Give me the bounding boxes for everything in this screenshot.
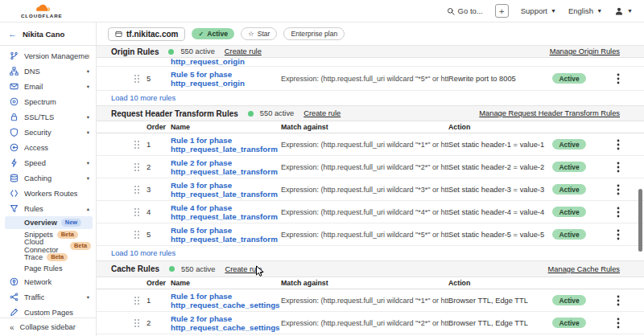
back-arrow-icon[interactable]: ← [8, 29, 17, 39]
chevron-down-icon: ▾ [87, 160, 89, 166]
sidebar-item-spectrum[interactable]: Spectrum [0, 94, 96, 109]
drag-handle-icon[interactable] [134, 140, 140, 150]
rule-name-link[interactable]: Rule 5 for phasehttp_request_origin [171, 70, 281, 88]
sidebar-item-rules-cloud-connector[interactable]: Cloud ConnectorBeta [0, 240, 96, 252]
rule-match: Expression: (http.request.full_uri wildc… [281, 186, 448, 194]
kebab-menu[interactable] [617, 295, 620, 306]
drag-handle-icon[interactable] [134, 74, 140, 84]
add-site-button[interactable]: + [495, 4, 509, 18]
create-rule-link[interactable]: Create rule [303, 109, 341, 117]
table-column-headers: Order Name Match against Action [97, 277, 644, 289]
kebab-menu[interactable] [617, 184, 620, 195]
rule-name-link[interactable]: Rule 2 for phasehttp_request_cache_setti… [171, 314, 281, 332]
language-menu[interactable]: English ▼ [568, 6, 602, 15]
rule-order: 1 [147, 296, 171, 305]
sidebar-item-email[interactable]: Email▾ [0, 79, 96, 94]
sidebar: ← Nikita Cano Version Management DNS▾ Em… [0, 23, 97, 336]
beta-badge: Beta [47, 253, 68, 262]
sidebar-nav: Version Management DNS▾ Email▾ Spectrum … [0, 46, 96, 318]
rule-order: 1 [147, 140, 171, 149]
table-row: 2 Rule 2 for phasehttp_request_cache_set… [97, 312, 644, 334]
drag-handle-icon[interactable] [134, 207, 140, 217]
star-button[interactable]: ☆ Star [241, 27, 277, 40]
sidebar-item-traffic[interactable]: Traffic▾ [0, 289, 96, 305]
drag-handle-icon[interactable] [134, 318, 140, 328]
kebab-menu[interactable] [617, 162, 620, 173]
domain-selector[interactable]: tf.nikitac.com [108, 27, 185, 41]
kebab-menu[interactable] [617, 207, 620, 218]
vertical-scrollbar[interactable] [638, 189, 642, 252]
sidebar-item-custom-pages[interactable]: Custom Pages [0, 305, 96, 318]
sidebar-item-rules-page-rules[interactable]: Page Rules [0, 263, 96, 274]
account-menu[interactable]: ▼ [614, 6, 633, 16]
chevron-down-icon: ▼ [551, 8, 556, 14]
chevron-down-icon: ▼ [597, 8, 602, 14]
funnel-icon [10, 204, 19, 213]
rule-name-link[interactable]: Rule 5 for phasehttp_request_late_transf… [171, 226, 281, 244]
table-row: 4 Rule 4 for phasehttp_request_late_tran… [97, 201, 644, 223]
sidebar-item-ssl-tls[interactable]: SSL/TLS▾ [0, 109, 96, 125]
sidebar-item-access[interactable]: Access [0, 140, 96, 155]
load-more-transform-rules[interactable]: Load 10 more rules [97, 246, 644, 260]
rule-name-link[interactable]: Rule 2 for phasehttp_request_late_transf… [171, 158, 281, 176]
manage-cache-rules-link[interactable]: Manage Cache Rules [548, 265, 620, 273]
rule-order: 2 [147, 162, 171, 171]
sidebar-item-rules-trace[interactable]: TraceBeta [0, 252, 96, 263]
sidebar-item-caching[interactable]: Caching▾ [0, 170, 96, 186]
active-dot-icon [169, 266, 175, 272]
chevron-down-icon: ▾ [87, 114, 89, 121]
status-badge: Active [552, 229, 585, 240]
collapse-sidebar-button[interactable]: « Collapse sidebar [0, 318, 96, 336]
drag-handle-icon[interactable] [134, 185, 140, 195]
rule-name-link[interactable]: http_request_origin [171, 58, 245, 66]
manage-origin-rules-link[interactable]: Manage Origin Rules [550, 47, 620, 55]
global-search[interactable]: Go to... [447, 6, 483, 15]
rule-match: Expression: (http.request.full_uri wildc… [281, 231, 448, 239]
active-dot-icon [248, 111, 254, 117]
create-rule-link[interactable]: Create rule [225, 47, 262, 55]
sidebar-item-version-management[interactable]: Version Management [0, 48, 96, 64]
rule-name-link[interactable]: Rule 4 for phasehttp_request_late_transf… [171, 203, 281, 221]
sidebar-item-rules-overview[interactable]: OverviewNew [5, 216, 93, 229]
rule-action: Set static header-5 = value-5 [448, 231, 549, 239]
kebab-menu[interactable] [617, 318, 620, 329]
column-order: Order [147, 279, 171, 287]
sidebar-item-rules[interactable]: Rules▴ [0, 201, 96, 216]
rule-name-link[interactable]: Rule 3 for phasehttp_request_late_transf… [171, 181, 281, 199]
support-menu[interactable]: Support ▼ [521, 6, 556, 15]
sidebar-item-speed[interactable]: Speed▾ [0, 155, 96, 170]
account-breadcrumb[interactable]: ← Nikita Cano [0, 23, 96, 46]
sidebar-item-dns[interactable]: DNS▾ [0, 64, 96, 79]
chevron-down-icon: ▾ [87, 129, 89, 136]
top-bar: CLOUDFLARE Go to... + Support ▼ English … [0, 0, 644, 23]
section-title: Cache Rules [111, 264, 159, 273]
table-row: 3 Rule 3 for phasehttp_request_late_tran… [97, 178, 644, 201]
manage-transform-rules-link[interactable]: Manage Request Header Transform Rules [479, 109, 620, 117]
main-area: tf.nikitac.com ✓ Active ☆ Star Enterpris… [97, 23, 644, 336]
drag-handle-icon[interactable] [134, 296, 140, 305]
rule-name-link[interactable]: Rule 1 for phasehttp_request_late_transf… [171, 136, 281, 154]
sidebar-item-network[interactable]: Network [0, 274, 96, 289]
traffic-icon [10, 293, 19, 301]
kebab-menu[interactable] [617, 73, 620, 84]
transform-rules-header: Request Header Transform Rules 550 activ… [97, 105, 644, 121]
chevron-up-icon: ▴ [87, 206, 89, 212]
create-rule-link[interactable]: Create rule [225, 265, 262, 273]
cloudflare-logo[interactable]: CLOUDFLARE [21, 3, 63, 18]
rule-name-link[interactable]: Rule 1 for phasehttp_request_cache_setti… [171, 292, 281, 309]
sidebar-item-security[interactable]: Security▾ [0, 125, 96, 140]
table-row: 5 Rule 5 for phasehttp_request_origin Ex… [97, 67, 644, 91]
kebab-menu[interactable] [617, 229, 620, 240]
kebab-menu[interactable] [617, 139, 620, 150]
load-more-origin-rules[interactable]: Load 10 more rules [97, 91, 644, 105]
sidebar-item-workers-routes[interactable]: Workers Routes [0, 186, 96, 201]
origin-rules-header: Origin Rules 550 active Create rule Mana… [97, 46, 644, 58]
zone-header: tf.nikitac.com ✓ Active ☆ Star Enterpris… [97, 23, 644, 46]
zone-status-badge: ✓ Active [192, 28, 234, 39]
drag-handle-icon[interactable] [134, 230, 140, 240]
rule-action: Browser TTL, Edge TTL [448, 297, 549, 305]
rule-match: Expression: (http.request.full_uri wildc… [281, 141, 448, 149]
status-badge: Active [552, 318, 585, 328]
drag-handle-icon[interactable] [134, 162, 140, 172]
rule-match: Expression: (http.request.full_uri wildc… [281, 208, 448, 216]
